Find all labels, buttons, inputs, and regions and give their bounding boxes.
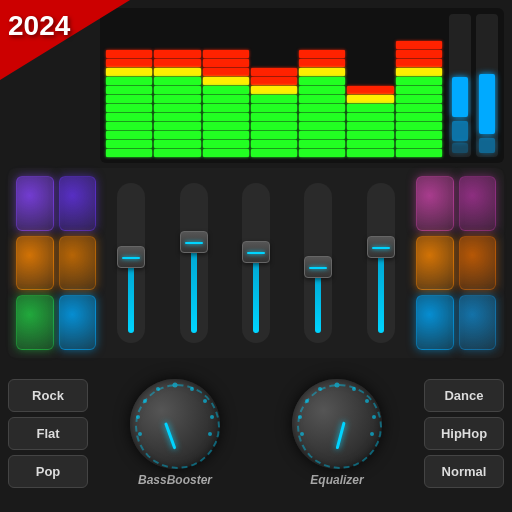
spectrum-bar-6 bbox=[396, 14, 442, 157]
level-meter-right bbox=[449, 14, 471, 157]
svg-point-8 bbox=[156, 387, 160, 391]
preset-dance[interactable]: Dance bbox=[424, 379, 504, 412]
equalizer-knob[interactable] bbox=[292, 379, 382, 469]
year-badge: 2024 bbox=[8, 10, 70, 42]
svg-point-4 bbox=[208, 432, 212, 436]
spectrum-bar-0 bbox=[106, 14, 152, 157]
pad-right-3[interactable] bbox=[459, 236, 497, 291]
pad-right-2[interactable] bbox=[416, 236, 454, 291]
spectrum-bar-1 bbox=[154, 14, 200, 157]
equalizer-label: Equalizer bbox=[310, 473, 363, 487]
fader-1[interactable] bbox=[117, 183, 145, 343]
spectrum-analyzer bbox=[100, 8, 504, 163]
pad-grid-left bbox=[16, 176, 96, 350]
preset-flat[interactable]: Flat bbox=[8, 417, 88, 450]
svg-point-9 bbox=[335, 383, 340, 388]
svg-point-13 bbox=[370, 432, 374, 436]
fader-5[interactable] bbox=[367, 183, 395, 343]
spectrum-bar-3 bbox=[251, 14, 297, 157]
svg-point-10 bbox=[352, 387, 356, 391]
svg-point-5 bbox=[138, 432, 142, 436]
faders-area bbox=[102, 176, 410, 350]
fader-4[interactable] bbox=[304, 183, 332, 343]
svg-point-17 bbox=[318, 387, 322, 391]
svg-point-11 bbox=[365, 399, 369, 403]
pad-right-5[interactable] bbox=[459, 295, 497, 350]
pad-left-5[interactable] bbox=[59, 295, 97, 350]
svg-point-12 bbox=[372, 415, 376, 419]
preset-pop[interactable]: Pop bbox=[8, 455, 88, 488]
preset-normal[interactable]: Normal bbox=[424, 455, 504, 488]
svg-point-3 bbox=[210, 415, 214, 419]
pad-left-1[interactable] bbox=[59, 176, 97, 231]
preset-buttons-left: Rock Flat Pop bbox=[8, 379, 88, 488]
bottom-section: Rock Flat Pop bbox=[8, 362, 504, 504]
preset-hiphop[interactable]: HipHop bbox=[424, 417, 504, 450]
fader-3[interactable] bbox=[242, 183, 270, 343]
spectrum-bar-4 bbox=[299, 14, 345, 157]
svg-point-15 bbox=[298, 415, 302, 419]
pad-right-0[interactable] bbox=[416, 176, 454, 231]
pad-left-4[interactable] bbox=[16, 295, 54, 350]
svg-point-1 bbox=[190, 387, 194, 391]
level-meter-right2 bbox=[476, 14, 498, 157]
pad-left-0[interactable] bbox=[16, 176, 54, 231]
bass-booster-label: BassBooster bbox=[138, 473, 212, 487]
equalizer-wrap: Equalizer bbox=[292, 379, 382, 487]
pad-right-1[interactable] bbox=[459, 176, 497, 231]
spectrum-bar-5 bbox=[347, 14, 393, 157]
svg-point-6 bbox=[136, 415, 140, 419]
spectrum-bars bbox=[106, 14, 442, 157]
svg-point-7 bbox=[143, 399, 147, 403]
pad-grid-right bbox=[416, 176, 496, 350]
preset-buttons-right: Dance HipHop Normal bbox=[424, 379, 504, 488]
spectrum-bar-2 bbox=[203, 14, 249, 157]
mixer-section bbox=[8, 168, 504, 358]
svg-point-14 bbox=[300, 432, 304, 436]
knobs-area: BassBooster bbox=[94, 379, 418, 487]
svg-point-0 bbox=[173, 383, 178, 388]
svg-point-2 bbox=[203, 399, 207, 403]
pad-left-2[interactable] bbox=[16, 236, 54, 291]
pad-left-3[interactable] bbox=[59, 236, 97, 291]
pad-right-4[interactable] bbox=[416, 295, 454, 350]
bass-booster-wrap: BassBooster bbox=[130, 379, 220, 487]
bass-booster-knob[interactable] bbox=[130, 379, 220, 469]
preset-rock[interactable]: Rock bbox=[8, 379, 88, 412]
fader-2[interactable] bbox=[180, 183, 208, 343]
svg-point-16 bbox=[305, 399, 309, 403]
